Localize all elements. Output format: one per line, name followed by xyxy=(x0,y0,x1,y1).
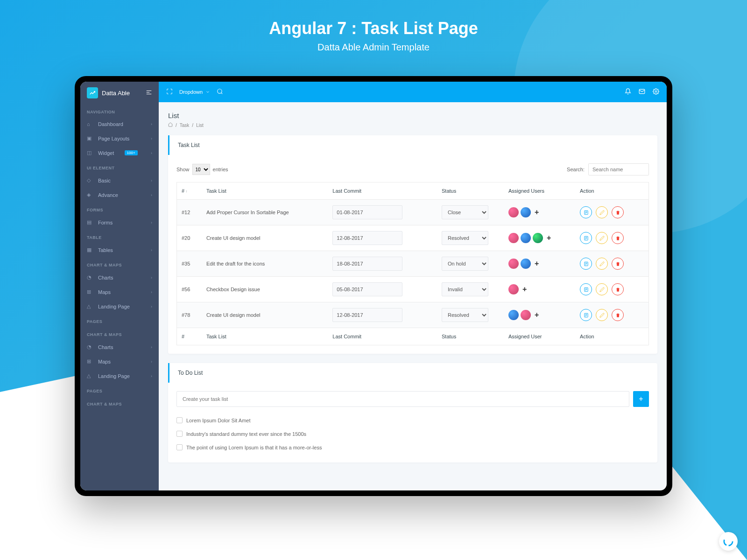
delete-button[interactable] xyxy=(612,309,624,321)
sidebar-item-forms[interactable]: ▤ Forms › xyxy=(80,215,159,230)
todo-checkbox[interactable] xyxy=(176,417,183,423)
avatar[interactable] xyxy=(508,284,519,294)
todo-add-button[interactable]: + xyxy=(633,391,649,407)
settings-icon[interactable] xyxy=(653,88,659,96)
chevron-right-icon: › xyxy=(151,193,152,197)
todo-input[interactable] xyxy=(176,391,629,407)
delete-button[interactable] xyxy=(612,258,624,270)
table-header[interactable]: Action xyxy=(575,182,648,200)
nav-label: Basic xyxy=(98,178,111,183)
table-header[interactable]: Last Commit xyxy=(328,182,437,200)
topbar-dropdown[interactable]: Dropdown xyxy=(179,89,210,95)
home-icon[interactable] xyxy=(168,122,173,128)
avatar[interactable] xyxy=(508,310,519,320)
todo-item: Lorem Ipsum Dolor Sit Amet xyxy=(176,413,649,427)
sidebar-item-maps[interactable]: ⊞ Maps › xyxy=(80,285,159,299)
add-user-button[interactable]: + xyxy=(522,285,527,294)
nav-section-label: CHART & MAPS xyxy=(80,327,159,340)
sidebar-item-maps[interactable]: ⊞ Maps › xyxy=(80,354,159,369)
avatar[interactable] xyxy=(521,310,531,320)
nav-icon: ◫ xyxy=(87,150,93,156)
status-select[interactable]: Resolved xyxy=(442,231,488,245)
status-select[interactable]: Resolved xyxy=(442,308,488,322)
avatar[interactable] xyxy=(508,259,519,269)
brand[interactable]: Datta Able xyxy=(80,82,159,104)
avatar[interactable] xyxy=(508,233,519,243)
delete-button[interactable] xyxy=(612,283,624,295)
date-input[interactable] xyxy=(332,257,402,271)
view-button[interactable] xyxy=(580,206,592,218)
chevron-right-icon: › xyxy=(151,122,152,126)
date-input[interactable] xyxy=(332,282,402,296)
mail-icon[interactable] xyxy=(639,88,645,96)
nav-section-label: NAVIGATION xyxy=(80,104,159,117)
delete-button[interactable] xyxy=(612,232,624,244)
sidebar-item-page-layouts[interactable]: ▣ Page Layouts › xyxy=(80,131,159,146)
sidebar-item-advance[interactable]: ◈ Advance › xyxy=(80,188,159,202)
sidebar-item-landing-page[interactable]: △ Landing Page › xyxy=(80,369,159,383)
entries-select[interactable]: 10 xyxy=(192,164,210,175)
avatar[interactable] xyxy=(521,207,531,217)
avatar[interactable] xyxy=(521,233,531,243)
nav-label: Maps xyxy=(98,289,111,295)
avatar[interactable] xyxy=(508,207,519,217)
table-row: #35 Edit the draft for the icons On hold… xyxy=(177,251,649,277)
topbar: Dropdown xyxy=(159,82,667,102)
sidebar-item-widget[interactable]: ◫ Widget 100+ › xyxy=(80,146,159,160)
table-header[interactable]: #↑ xyxy=(177,182,202,200)
edit-button[interactable] xyxy=(596,258,608,270)
edit-button[interactable] xyxy=(596,232,608,244)
row-id: #56 xyxy=(177,277,202,302)
edit-button[interactable] xyxy=(596,309,608,321)
view-button[interactable] xyxy=(580,283,592,295)
svg-point-6 xyxy=(655,91,657,92)
nav-icon: ⌂ xyxy=(87,121,93,127)
delete-button[interactable] xyxy=(612,206,624,218)
chevron-right-icon: › xyxy=(151,304,152,309)
add-user-button[interactable]: + xyxy=(535,259,539,268)
status-select[interactable]: On hold xyxy=(442,257,488,271)
status-select[interactable]: Close xyxy=(442,205,488,219)
nav-section-label: PAGES xyxy=(80,383,159,396)
menu-toggle-icon[interactable] xyxy=(146,89,152,97)
edit-button[interactable] xyxy=(596,206,608,218)
date-input[interactable] xyxy=(332,205,402,219)
date-input[interactable] xyxy=(332,308,402,322)
table-header[interactable]: Task List xyxy=(202,182,328,200)
add-user-button[interactable]: + xyxy=(535,311,539,319)
view-button[interactable] xyxy=(580,258,592,270)
chevron-right-icon: › xyxy=(151,248,152,252)
add-user-button[interactable]: + xyxy=(535,208,539,217)
todo-checkbox[interactable] xyxy=(176,431,183,437)
avatar[interactable] xyxy=(521,259,531,269)
hero-subtitle: Datta Able Admin Template xyxy=(0,42,747,53)
row-task: Checkbox Design issue xyxy=(202,277,328,302)
avatar[interactable] xyxy=(533,233,543,243)
nav-label: Landing Page xyxy=(98,373,130,379)
fullscreen-icon[interactable] xyxy=(166,88,173,96)
brand-icon xyxy=(87,87,98,98)
date-input[interactable] xyxy=(332,231,402,245)
search-input[interactable] xyxy=(588,163,649,175)
table-header[interactable]: Assigned Users xyxy=(504,182,575,200)
sidebar-item-dashboard[interactable]: ⌂ Dashboard › xyxy=(80,117,159,131)
nav-label: Forms xyxy=(98,220,113,225)
breadcrumb-task[interactable]: Task xyxy=(180,123,190,128)
table-header[interactable]: Status xyxy=(437,182,504,200)
search-icon[interactable] xyxy=(217,88,223,96)
status-select[interactable]: Invalid xyxy=(442,282,488,296)
sidebar-item-landing-page[interactable]: △ Landing Page › xyxy=(80,299,159,314)
sidebar-item-basic[interactable]: ◇ Basic › xyxy=(80,173,159,188)
sidebar-item-charts[interactable]: ◔ Charts › xyxy=(80,340,159,354)
view-button[interactable] xyxy=(580,309,592,321)
add-user-button[interactable]: + xyxy=(547,234,551,242)
edit-button[interactable] xyxy=(596,283,608,295)
bell-icon[interactable] xyxy=(625,88,631,96)
view-button[interactable] xyxy=(580,232,592,244)
todo-item: Industry's standard dummy text ever sinc… xyxy=(176,427,649,441)
svg-line-4 xyxy=(221,93,223,94)
sidebar-item-charts[interactable]: ◔ Charts › xyxy=(80,270,159,285)
todo-checkbox[interactable] xyxy=(176,444,183,450)
sidebar-item-tables[interactable]: ▦ Tables › xyxy=(80,243,159,257)
nav-section-label: UI ELEMENT xyxy=(80,160,159,173)
